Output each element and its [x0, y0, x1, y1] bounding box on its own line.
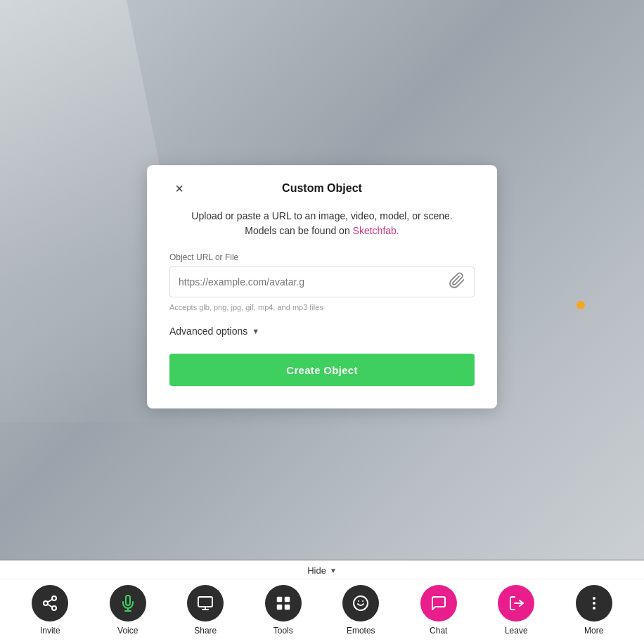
hide-bar: Hide ▼	[0, 561, 644, 579]
toolbar-items: Invite Voice Sh	[0, 579, 644, 644]
toolbar-item-emotes[interactable]: Emotes	[340, 585, 382, 636]
svg-point-14	[354, 596, 368, 610]
emote-icon	[352, 595, 369, 612]
leave-label: Leave	[505, 626, 528, 636]
svg-point-18	[593, 597, 595, 600]
voice-label: Voice	[117, 626, 138, 636]
share-label: Share	[194, 626, 217, 636]
emotes-label: Emotes	[347, 626, 375, 636]
chat-label: Chat	[430, 626, 447, 636]
modal-title: Custom Object	[282, 182, 362, 195]
description-line1: Upload or paste a URL to an image, video…	[191, 210, 452, 221]
share-icon	[41, 595, 58, 612]
svg-point-20	[593, 607, 595, 610]
create-object-button[interactable]: Create Object	[169, 354, 475, 386]
toolbar-item-leave[interactable]: Leave	[495, 585, 537, 636]
screen-share-icon	[197, 595, 214, 612]
svg-rect-10	[277, 597, 282, 602]
field-label: Object URL or File	[169, 252, 475, 262]
microphone-icon	[120, 595, 136, 612]
custom-object-modal: × Custom Object Upload or paste a URL to…	[147, 165, 497, 408]
more-icon-bg	[576, 585, 612, 622]
description-line2: Models can be found on	[245, 225, 352, 236]
invite-icon-bg	[32, 585, 68, 622]
chat-icon-bg	[420, 585, 457, 622]
url-input[interactable]	[179, 276, 449, 288]
toolbar-item-chat[interactable]: Chat	[418, 585, 460, 636]
svg-line-3	[48, 605, 53, 607]
file-hint: Accepts glb, png, jpg, gif, mp4, and mp3…	[169, 303, 475, 311]
close-button[interactable]: ×	[169, 179, 189, 198]
modal-backdrop: × Custom Object Upload or paste a URL to…	[0, 0, 644, 644]
svg-rect-7	[198, 597, 212, 607]
more-label: More	[584, 626, 603, 636]
svg-rect-11	[285, 597, 290, 602]
more-dots-icon	[586, 595, 603, 612]
chat-icon	[430, 595, 447, 612]
voice-icon-bg	[110, 585, 146, 622]
toolbar-item-voice[interactable]: Voice	[107, 585, 149, 636]
leave-icon-bg	[498, 585, 534, 622]
toolbar-item-invite[interactable]: Invite	[29, 585, 71, 636]
toolbar-item-more[interactable]: More	[573, 585, 615, 636]
advanced-options-label: Advanced options	[169, 326, 247, 337]
invite-label: Invite	[40, 626, 60, 636]
advanced-options-chevron: ▼	[252, 327, 259, 335]
svg-line-4	[48, 600, 53, 603]
svg-rect-13	[285, 605, 290, 610]
hide-button[interactable]: Hide ▼	[307, 565, 337, 576]
toolbar-item-tools[interactable]: Tools	[262, 585, 304, 636]
hide-label: Hide	[307, 565, 326, 576]
tools-icon-bg	[265, 585, 302, 622]
share-icon-bg	[187, 585, 224, 622]
tools-label: Tools	[273, 626, 293, 636]
modal-header: × Custom Object	[169, 182, 475, 195]
emotes-icon-bg	[342, 585, 379, 622]
grid-icon	[275, 595, 292, 612]
leave-icon	[508, 595, 524, 612]
svg-rect-12	[277, 605, 282, 610]
attach-icon[interactable]	[449, 272, 465, 292]
sketchfab-link[interactable]: Sketchfab.	[353, 225, 399, 236]
svg-point-19	[593, 602, 595, 605]
toolbar: Hide ▼ Invite	[0, 560, 644, 644]
modal-description: Upload or paste a URL to an image, video…	[169, 209, 475, 238]
hide-chevron-icon: ▼	[330, 567, 337, 574]
url-input-wrapper	[169, 266, 475, 297]
advanced-options-button[interactable]: Advanced options ▼	[169, 326, 259, 337]
toolbar-item-share[interactable]: Share	[184, 585, 226, 636]
